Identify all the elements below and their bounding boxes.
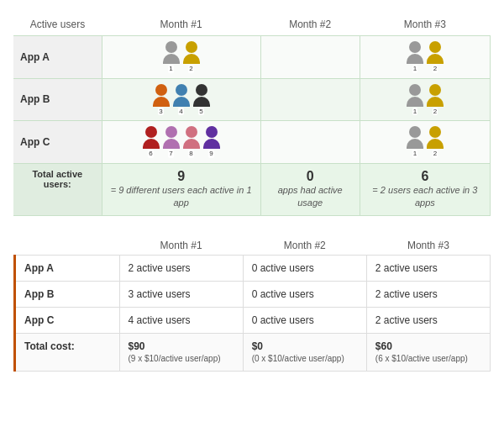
user-icon: 1 xyxy=(407,84,423,116)
bot-month1-cell: 4 active users xyxy=(119,307,243,333)
summary-label: Total active users: xyxy=(13,163,102,215)
bot-month2-cell: 0 active users xyxy=(243,307,366,333)
col-header-active-users: Active users xyxy=(13,13,102,36)
user-icon: 1 xyxy=(163,41,180,73)
app-month3-cell: 1 2 xyxy=(360,78,490,121)
app-month2-cell xyxy=(260,36,360,79)
total-label: Total cost: xyxy=(15,333,120,371)
app-label: App B xyxy=(13,78,102,121)
summary-month3: 6 = 2 users each active in 3 apps xyxy=(360,163,490,215)
bot-month3-cell: 2 active users xyxy=(366,281,490,307)
user-icon: 7 xyxy=(163,126,180,158)
bot-month2-cell: 0 active users xyxy=(243,255,366,281)
bot-month1-cell: 3 active users xyxy=(119,281,243,307)
bot-app-label: App B xyxy=(15,281,120,307)
total-month3: $60 (6 x $10/active user/app) xyxy=(366,333,490,371)
user-icon: 2 xyxy=(427,126,444,158)
bot-app-label: App C xyxy=(15,307,120,333)
user-icon: 2 xyxy=(183,41,200,73)
app-month1-cell: 3 4 5 xyxy=(102,78,260,121)
col-header-empty xyxy=(15,236,120,256)
user-icon: 3 xyxy=(153,84,170,116)
col-header-month3-bot: Month #3 xyxy=(366,236,490,256)
app-month1-cell: 6 7 8 9 xyxy=(102,121,260,164)
summary-month1: 9 = 9 different users each active in 1 a… xyxy=(102,163,260,215)
app-month2-cell xyxy=(260,78,360,121)
user-icon: 5 xyxy=(193,84,210,116)
cost-table: Month #1 Month #2 Month #3 App A 2 activ… xyxy=(13,236,491,372)
bot-month2-cell: 0 active users xyxy=(243,281,366,307)
col-header-month2-top: Month #2 xyxy=(260,13,360,36)
user-icon: 1 xyxy=(407,41,423,73)
app-month3-cell: 1 2 xyxy=(360,121,490,164)
bot-month1-cell: 2 active users xyxy=(119,255,243,281)
total-month2: $0 (0 x $10/active user/app) xyxy=(243,333,366,371)
app-month3-cell: 1 2 xyxy=(360,36,490,79)
bot-app-label: App A xyxy=(15,255,120,281)
user-icon: 2 xyxy=(427,84,444,116)
col-header-month1-top: Month #1 xyxy=(102,13,260,36)
user-icon: 6 xyxy=(143,126,160,158)
user-icon: 8 xyxy=(183,126,200,158)
user-icon: 1 xyxy=(407,126,423,158)
app-label: App C xyxy=(13,121,102,164)
app-label: App A xyxy=(13,36,102,79)
user-icon: 2 xyxy=(427,41,444,73)
app-month1-cell: 1 2 xyxy=(102,36,260,79)
bot-month3-cell: 2 active users xyxy=(366,255,490,281)
active-users-table: Active users Month #1 Month #2 Month #3 … xyxy=(13,13,491,216)
bot-month3-cell: 2 active users xyxy=(366,307,490,333)
user-icon: 9 xyxy=(203,126,220,158)
total-month1: $90 (9 x $10/active user/app) xyxy=(119,333,243,371)
col-header-month2-bot: Month #2 xyxy=(243,236,366,256)
summary-month2: 0 apps had active usage xyxy=(260,163,360,215)
user-icon: 4 xyxy=(173,84,190,116)
col-header-month3-top: Month #3 xyxy=(360,13,490,36)
app-month2-cell xyxy=(260,121,360,164)
col-header-month1-bot: Month #1 xyxy=(119,236,243,256)
